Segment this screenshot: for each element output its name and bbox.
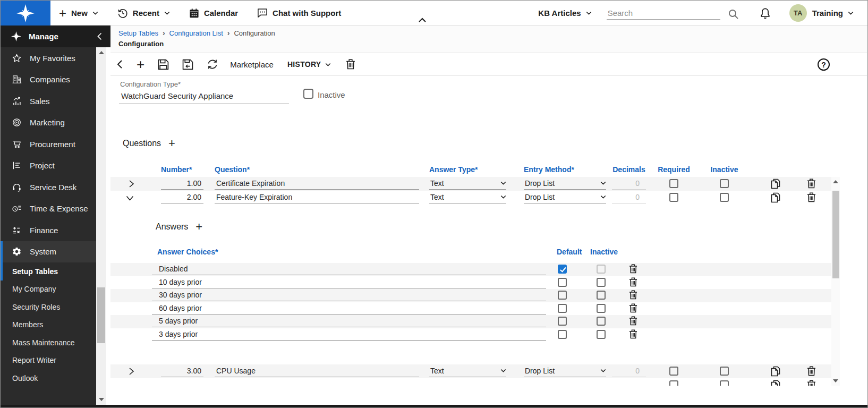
inactive-checkbox[interactable] <box>597 265 606 274</box>
number-field[interactable]: 1.00 <box>161 177 203 190</box>
history-dropdown[interactable]: HISTORY <box>287 60 331 69</box>
inactive-checkbox[interactable] <box>597 317 606 326</box>
add-button[interactable]: + <box>137 59 144 70</box>
scroll-up-arrow-icon[interactable] <box>833 180 838 183</box>
decimals-field[interactable]: 0 <box>612 191 646 203</box>
answer-choice-field[interactable]: 10 days prior <box>152 276 546 288</box>
scroll-down-arrow-icon[interactable] <box>833 379 838 382</box>
help-icon[interactable] <box>818 58 830 71</box>
inactive-checkbox[interactable] <box>597 291 606 300</box>
add-question-icon[interactable] <box>168 139 175 148</box>
sidebar-subitem-setup-tables[interactable]: Setup Tables <box>1 262 96 280</box>
question-field[interactable]: Certificate Expiration <box>215 177 419 190</box>
answer-choice-field[interactable]: 5 days prior <box>152 315 546 327</box>
trash-icon[interactable] <box>807 366 816 378</box>
required-checkbox[interactable] <box>669 193 678 202</box>
app-logo[interactable] <box>1 1 50 26</box>
kb-articles-button[interactable]: KB Articles <box>538 8 591 18</box>
trash-icon[interactable] <box>629 290 637 302</box>
save-icon[interactable] <box>158 59 169 70</box>
sidebar-scrollbar-thumb[interactable] <box>97 287 105 343</box>
inactive-checkbox[interactable] <box>720 179 729 188</box>
trash-icon[interactable] <box>807 178 816 191</box>
inactive-checkbox[interactable] <box>720 193 729 202</box>
marketplace-button[interactable]: Marketplace <box>230 60 274 69</box>
inactive-checkbox[interactable] <box>597 330 606 339</box>
sidebar-subitem-my-company[interactable]: My Company <box>1 280 96 299</box>
scroll-up-arrow-icon[interactable] <box>99 51 104 54</box>
decimals-field[interactable]: 0 <box>612 364 646 377</box>
user-menu[interactable]: Training <box>812 8 854 18</box>
grid-scrollbar-thumb[interactable] <box>832 191 839 278</box>
copy-icon[interactable] <box>771 380 780 386</box>
answer-choice-field[interactable]: 60 days prior <box>152 302 546 314</box>
sidebar-item-finance[interactable]: Finance <box>1 219 96 241</box>
collapse-header-chevron-icon[interactable] <box>418 18 427 23</box>
notifications-bell-icon[interactable] <box>760 7 770 19</box>
expand-chevron-icon[interactable] <box>129 367 135 376</box>
default-checkbox[interactable] <box>558 317 567 326</box>
chat-support-button[interactable]: Chat with Support <box>257 8 341 18</box>
entry-method-select[interactable]: Drop List <box>524 364 606 377</box>
configuration-type-field[interactable]: WatchGuard Security Appliance <box>119 89 289 104</box>
trash-icon[interactable] <box>629 316 637 328</box>
default-checkbox[interactable] <box>558 304 567 313</box>
question-field[interactable]: CPU Usage <box>215 364 419 377</box>
expand-chevron-icon[interactable] <box>129 193 135 202</box>
decimals-field[interactable]: 0 <box>612 177 646 190</box>
sidebar-subitem-mass-maintenance[interactable]: Mass Maintenance <box>1 334 96 352</box>
answer-choice-field[interactable]: Disabled <box>152 263 546 275</box>
search-icon[interactable] <box>728 8 739 20</box>
sidebar-subitem-members[interactable]: Members <box>1 316 96 334</box>
question-field[interactable]: Feature-Key Expiration <box>215 191 419 203</box>
trash-icon[interactable] <box>807 380 816 386</box>
default-checkbox[interactable] <box>558 330 567 339</box>
trash-icon[interactable] <box>629 264 637 276</box>
recent-button[interactable]: Recent <box>117 8 170 19</box>
number-field[interactable]: 3.00 <box>161 364 203 377</box>
new-button[interactable]: + New <box>59 8 98 18</box>
default-checkbox[interactable] <box>558 265 567 274</box>
sidebar-item-system[interactable]: System <box>1 241 96 263</box>
inactive-checkbox[interactable] <box>597 278 606 287</box>
inactive-checkbox[interactable] <box>303 89 313 99</box>
sidebar-item-sales[interactable]: Sales <box>1 90 96 112</box>
back-button[interactable] <box>116 60 123 69</box>
breadcrumb-item[interactable]: Configuration List <box>169 29 234 37</box>
copy-icon[interactable] <box>771 192 780 205</box>
required-checkbox[interactable] <box>669 380 678 386</box>
answer-choice-field[interactable]: 30 days prior <box>152 289 546 301</box>
save-and-close-icon[interactable] <box>182 59 193 70</box>
answer-type-select[interactable]: Text <box>429 364 506 377</box>
sidebar-item-project[interactable]: Project <box>1 155 96 177</box>
answer-type-select[interactable]: Text <box>429 191 506 203</box>
search-input[interactable] <box>607 7 720 20</box>
number-field[interactable]: 2.00 <box>161 191 203 203</box>
sidebar-subitem-report-writer[interactable]: Report Writer <box>1 352 96 370</box>
sidebar-item-service-desk[interactable]: Service Desk <box>1 176 96 198</box>
refresh-icon[interactable] <box>207 59 218 70</box>
trash-icon[interactable] <box>807 192 816 205</box>
copy-icon[interactable] <box>771 366 780 379</box>
inactive-checkbox[interactable] <box>720 380 729 386</box>
answer-choice-field[interactable]: 3 days prior <box>152 328 546 341</box>
copy-icon[interactable] <box>771 178 780 191</box>
sidebar-item-marketing[interactable]: Marketing <box>1 112 96 134</box>
scroll-down-arrow-icon[interactable] <box>99 398 104 401</box>
sidebar-item-procurement[interactable]: Procurement <box>1 133 96 155</box>
calendar-button[interactable]: Calendar <box>189 8 238 19</box>
breadcrumb-item[interactable]: Setup Tables <box>118 29 169 37</box>
inactive-checkbox[interactable] <box>597 304 606 313</box>
sidebar-subitem-security-roles[interactable]: Security Roles <box>1 298 96 316</box>
required-checkbox[interactable] <box>669 179 678 188</box>
trash-icon[interactable] <box>629 329 637 341</box>
delete-icon[interactable] <box>346 59 355 70</box>
trash-icon[interactable] <box>629 303 637 315</box>
trash-icon[interactable] <box>629 277 637 289</box>
answer-type-select[interactable]: Text <box>429 177 506 190</box>
entry-method-select[interactable]: Drop List <box>524 177 606 190</box>
sidebar-item-time-expense[interactable]: Time & Expense <box>1 198 96 220</box>
inactive-checkbox[interactable] <box>720 367 729 376</box>
entry-method-select[interactable]: Drop List <box>524 191 606 203</box>
sidebar-subitem-outlook[interactable]: Outlook <box>1 369 96 387</box>
